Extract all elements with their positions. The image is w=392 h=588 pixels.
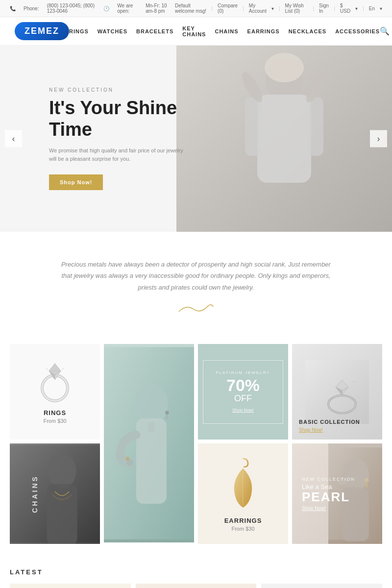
hours-label: We are open: — [117, 3, 138, 14]
svg-point-5 — [265, 53, 304, 82]
pearl-title-line2: PEARL — [302, 490, 355, 503]
svg-line-14 — [46, 368, 48, 370]
woman-earring-svg — [104, 344, 194, 542]
platinum-offer-grid-item[interactable]: PLATINUM JEWELRY 70% OFF Shop Now! — [198, 344, 288, 440]
hours-value: Mn-Fr: 10 am-8 pm — [146, 3, 175, 14]
chevron-down-icon: ▾ — [271, 6, 274, 11]
nav-earrings[interactable]: EARRINGS — [247, 28, 280, 34]
phone-numbers: (800) 123-0045; (800) 123-0046 — [47, 3, 96, 14]
svg-rect-4 — [309, 97, 323, 156]
basic-collection-grid-item[interactable]: BASIC COLLECTION Shop Now! — [292, 344, 382, 440]
hero-next-button[interactable]: › — [370, 130, 387, 147]
ring-svg — [34, 361, 76, 403]
phone-label: Phone: — [24, 6, 39, 11]
platinum-label: PLATINUM JEWELRY — [216, 370, 270, 375]
header-actions: 🔍 🛒 0 My Cart — [380, 24, 392, 38]
hero-cta-button[interactable]: Shop Now! — [49, 174, 103, 190]
earring-pendant-svg — [223, 456, 263, 510]
quote-signature — [59, 302, 333, 319]
platinum-border-box: PLATINUM JEWELRY 70% OFF Shop Now! — [203, 360, 283, 424]
chains-image — [10, 443, 100, 544]
quote-section: Precious metals have always been a detec… — [0, 232, 392, 339]
chains-label: CHAINS — [31, 475, 39, 513]
svg-point-24 — [126, 457, 130, 461]
earrings-pendant-grid-item[interactable]: EARRINGS From $30 — [198, 443, 288, 544]
top-bar: 📞 Phone: (800) 123-0045; (800) 123-0046 … — [0, 0, 392, 17]
svg-rect-20 — [148, 422, 155, 432]
nav-keychains[interactable]: KEY CHAINS — [182, 25, 206, 37]
rings-title: RINGS — [44, 409, 66, 416]
woman-earring-image — [104, 344, 194, 542]
svg-line-15 — [62, 368, 64, 370]
basic-collection-title: BASIC COLLECTION — [299, 419, 360, 425]
rings-grid-item[interactable]: RINGS From $30 — [10, 344, 100, 440]
hero-title: It's Your Shine Time — [49, 98, 206, 140]
rings-price: From $30 — [43, 418, 66, 424]
chevron-down-icon3: ▾ — [380, 6, 382, 11]
svg-point-37 — [48, 454, 76, 489]
svg-rect-25 — [305, 360, 369, 424]
basic-collection-shop-now[interactable]: Shop Now! — [299, 427, 360, 433]
clock-icon: 🕐 — [103, 6, 109, 11]
latest-grid — [10, 584, 382, 588]
latest-item-2[interactable] — [136, 584, 257, 588]
svg-point-18 — [135, 384, 168, 424]
earrings-title: EARRINGS — [224, 517, 262, 524]
woman-earring-grid-item[interactable] — [104, 344, 194, 542]
svg-rect-38 — [47, 484, 77, 544]
collection-grid: RINGS From $30 — [0, 339, 392, 554]
phone-icon: 📞 — [10, 6, 16, 11]
pearl-collection-grid-item[interactable]: NEW COLLECTION Like a Sea PEARL Shop Now… — [292, 443, 382, 544]
site-header: ZEMEZ RINGS WATCHES BRACELETS KEY CHAINS… — [0, 17, 392, 46]
earrings-pendant-image — [223, 456, 263, 512]
nav-watches[interactable]: WATCHES — [98, 28, 127, 34]
hero-description: We promise that high quality and fair pr… — [49, 147, 186, 164]
pearl-collection-text: NEW COLLECTION Like a Sea PEARL Shop Now… — [302, 476, 355, 511]
signin-link[interactable]: Sign In — [319, 3, 329, 14]
hero-content: NEW COLLECTION It's Your Shine Time We p… — [0, 87, 206, 190]
pearl-shop-now[interactable]: Shop Now! — [302, 506, 355, 511]
nav-chains[interactable]: CHAINS — [215, 28, 238, 34]
platinum-shop-now-button[interactable]: Shop Now! — [232, 408, 254, 413]
main-nav: RINGS WATCHES BRACELETS KEY CHAINS CHAIN… — [69, 25, 380, 37]
latest-title: LATEST — [10, 568, 382, 576]
compare-link[interactable]: Compare (0) — [218, 3, 238, 14]
svg-rect-3 — [245, 97, 260, 156]
basic-ring-svg — [305, 360, 369, 424]
nav-accessories[interactable]: ACCESSORIES — [335, 28, 380, 34]
hero-subtitle: NEW COLLECTION — [49, 87, 206, 93]
basic-collection-text: BASIC COLLECTION Shop Now! — [299, 419, 360, 433]
quote-text: Precious metals have always been a detec… — [59, 259, 333, 293]
rings-image — [33, 360, 77, 404]
top-bar-contact: 📞 Phone: (800) 123-0045; (800) 123-0046 … — [10, 3, 175, 14]
nav-bracelets[interactable]: BRACELETS — [136, 28, 173, 34]
svg-point-22 — [166, 415, 168, 420]
latest-section: LATEST — [0, 554, 392, 588]
welcome-msg: Default welcome msg! — [175, 3, 206, 14]
search-icon[interactable]: 🔍 — [380, 26, 390, 36]
chains-woman-svg — [10, 443, 100, 544]
chevron-down-icon2: ▾ — [355, 6, 358, 11]
hero-section: NEW COLLECTION It's Your Shine Time We p… — [0, 46, 392, 232]
latest-item-3[interactable] — [261, 584, 382, 588]
hero-model-image — [176, 46, 392, 232]
hero-image — [176, 46, 392, 232]
site-logo[interactable]: ZEMEZ — [15, 22, 69, 40]
chains-grid-item[interactable]: CHAINS — [10, 443, 100, 544]
account-link[interactable]: My Account — [249, 3, 267, 14]
lang-selector[interactable]: En — [369, 6, 375, 11]
earrings-price: From $30 — [231, 526, 254, 532]
platinum-percent: 70% — [216, 377, 270, 393]
nav-necklaces[interactable]: NECKLACES — [289, 28, 326, 34]
svg-rect-2 — [257, 95, 311, 183]
wishlist-link[interactable]: My Wish List (0) — [285, 3, 308, 14]
svg-point-21 — [165, 411, 169, 415]
nav-rings[interactable]: RINGS — [69, 28, 89, 34]
pearl-subtitle: NEW COLLECTION — [302, 476, 355, 481]
platinum-off: OFF — [216, 393, 270, 404]
currency-selector[interactable]: $ USD — [340, 3, 350, 14]
top-bar-actions: Default welcome msg! | Compare (0) | My … — [175, 3, 382, 14]
latest-item-1[interactable] — [10, 584, 131, 588]
svg-point-43 — [365, 481, 368, 488]
